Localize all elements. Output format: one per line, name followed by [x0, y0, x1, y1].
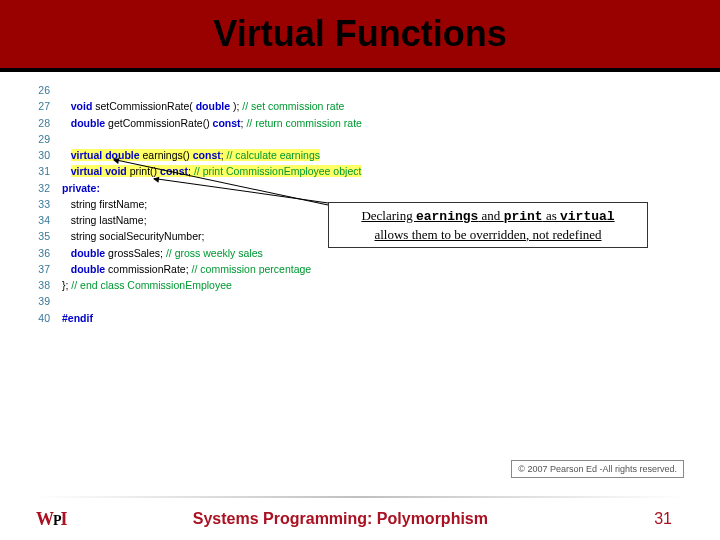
footer-title: Systems Programming: Polymorphism — [27, 510, 655, 528]
logo-i: I — [61, 509, 67, 529]
code-line: 28 double getCommissionRate() const; // … — [28, 115, 680, 131]
code-line: 38}; // end class CommissionEmployee — [28, 277, 680, 293]
code-listing: 2627 void setCommissionRate( double ); /… — [0, 72, 720, 326]
callout-fn-earnings: earnings — [416, 209, 478, 224]
callout-text-mid1: and — [478, 208, 503, 223]
callout-text-mid2: as — [543, 208, 560, 223]
slide-title: Virtual Functions — [213, 13, 506, 55]
wpi-logo: WPI — [36, 509, 67, 530]
slide-header: Virtual Functions — [0, 0, 720, 72]
logo-w: W — [36, 509, 53, 529]
copyright-notice: © 2007 Pearson Ed -All rights reserved. — [511, 460, 684, 478]
code-line: 39 — [28, 293, 680, 309]
code-line: 31 virtual void print() const; // print … — [28, 163, 680, 179]
code-line: 40#endif — [28, 310, 680, 326]
code-line: 32private: — [28, 180, 680, 196]
slide-footer: WPI Systems Programming: Polymorphism 31 — [0, 498, 720, 540]
code-line: 37 double commissionRate; // commission … — [28, 261, 680, 277]
callout-line2: allows them to be overridden, not redefi… — [374, 227, 601, 242]
code-line: 27 void setCommissionRate( double ); // … — [28, 98, 680, 114]
callout-text-pre: Declaring — [361, 208, 416, 223]
callout-fn-print: print — [504, 209, 543, 224]
annotation-callout: Declaring earnings and print as virtual … — [328, 202, 648, 248]
logo-p: P — [53, 513, 61, 528]
footer-divider — [34, 496, 686, 498]
code-line: 29 — [28, 131, 680, 147]
page-number: 31 — [654, 510, 672, 528]
code-line: 26 — [28, 82, 680, 98]
callout-kw-virtual: virtual — [560, 209, 615, 224]
